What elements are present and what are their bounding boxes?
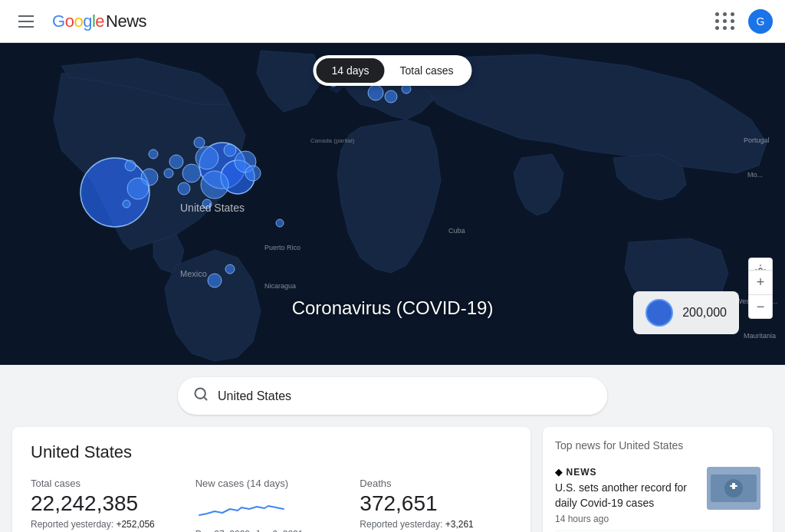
legend-circle (645, 299, 673, 327)
toggle-total-button[interactable]: Total cases (385, 58, 469, 83)
header-left: Google News (12, 9, 146, 34)
search-icon (193, 386, 209, 406)
svg-text:Portugal: Portugal (744, 136, 770, 144)
svg-point-18 (123, 200, 130, 208)
svg-text:Canada (partial): Canada (partial) (310, 137, 355, 144)
deaths-reported: Reported yesterday: +3,261 (360, 519, 512, 530)
svg-point-13 (178, 182, 190, 195)
svg-point-22 (385, 90, 397, 103)
svg-point-21 (368, 85, 383, 100)
new-cases-stat: New cases (14 days) Dec 27, 2020–Jan 9, … (195, 478, 348, 532)
stats-card: United States Total cases 22,242,385 Rep… (12, 427, 530, 532)
svg-point-17 (149, 149, 158, 159)
header-right: G (711, 8, 773, 35)
header: Google News G (0, 0, 785, 43)
new-cases-label: New cases (14 days) (195, 478, 348, 489)
deaths-label: Deaths (360, 478, 512, 489)
zoom-in-button[interactable]: + (748, 270, 773, 294)
new-cases-date-range: Dec 27, 2020–Jan 9, 2021: (195, 529, 348, 532)
deaths-value: 372,651 (360, 492, 512, 516)
google-news-logo: Google News (52, 11, 146, 31)
svg-point-4 (195, 146, 218, 169)
map-section: United States Mexico Puerto Rico Cuba Ni… (0, 43, 785, 365)
total-cases-stat: Total cases 22,242,385 Reported yesterda… (31, 478, 183, 532)
svg-point-5 (182, 164, 201, 182)
svg-point-20 (276, 219, 284, 227)
stats-country: United States (31, 442, 512, 462)
svg-point-16 (125, 160, 136, 171)
svg-point-6 (201, 171, 228, 199)
svg-text:United States: United States (180, 202, 245, 214)
menu-button[interactable] (12, 9, 40, 34)
news-source-label: NEWS (567, 467, 597, 478)
search-container (178, 377, 607, 415)
svg-point-11 (169, 155, 183, 169)
news-card-header: Top news for United States (555, 439, 760, 452)
svg-point-10 (194, 137, 205, 148)
map-legend: 200,000 (633, 291, 739, 334)
zoom-out-button[interactable]: − (748, 294, 773, 319)
news-headline: U.S. sets another record for daily Covid… (555, 481, 698, 511)
svg-text:Mo...: Mo... (747, 171, 763, 179)
total-cases-reported: Reported yesterday: +252,056 (31, 519, 183, 530)
search-section (0, 365, 785, 427)
svg-rect-44 (732, 483, 735, 489)
legend-number: 200,000 (682, 306, 727, 320)
search-input[interactable] (218, 389, 592, 403)
svg-point-15 (127, 178, 149, 199)
svg-point-25 (208, 274, 222, 287)
map-toggle: 14 days Total cases (313, 55, 471, 86)
total-cases-label: Total cases (31, 478, 183, 489)
apps-button[interactable] (711, 8, 739, 35)
svg-point-12 (164, 169, 173, 178)
svg-text:Puerto Rico: Puerto Rico (264, 244, 301, 251)
content-row: United States Total cases 22,242,385 Rep… (0, 427, 785, 532)
stats-grid: Total cases 22,242,385 Reported yesterda… (31, 478, 512, 532)
avatar[interactable]: G (748, 9, 773, 34)
total-cases-value: 22,242,385 (31, 492, 183, 516)
news-text: ◆ NEWS U.S. sets another record for dail… (555, 467, 698, 524)
svg-point-26 (225, 264, 235, 274)
news-time: 14 hours ago (555, 514, 698, 524)
news-source: ◆ NEWS (555, 467, 698, 478)
news-card: Top news for United States ◆ NEWS U.S. s… (543, 427, 773, 532)
svg-text:Nicaragua: Nicaragua (264, 282, 296, 290)
nbc-logo: ◆ (555, 467, 562, 478)
svg-point-8 (245, 166, 261, 181)
zoom-controls: + − (748, 270, 773, 319)
deaths-stat: Deaths 372,651 Reported yesterday: +3,26… (360, 478, 512, 532)
toggle-14days-button[interactable]: 14 days (316, 58, 384, 83)
news-item[interactable]: ◆ NEWS U.S. sets another record for dail… (555, 461, 760, 531)
svg-text:Cuba: Cuba (448, 227, 465, 235)
svg-text:Mauritania: Mauritania (744, 332, 776, 340)
map-title: Coronavirus (COVID-19) (292, 297, 494, 319)
svg-text:Mexico: Mexico (180, 269, 207, 278)
news-thumbnail (707, 467, 760, 510)
svg-point-9 (224, 144, 236, 156)
mini-chart (195, 492, 348, 526)
